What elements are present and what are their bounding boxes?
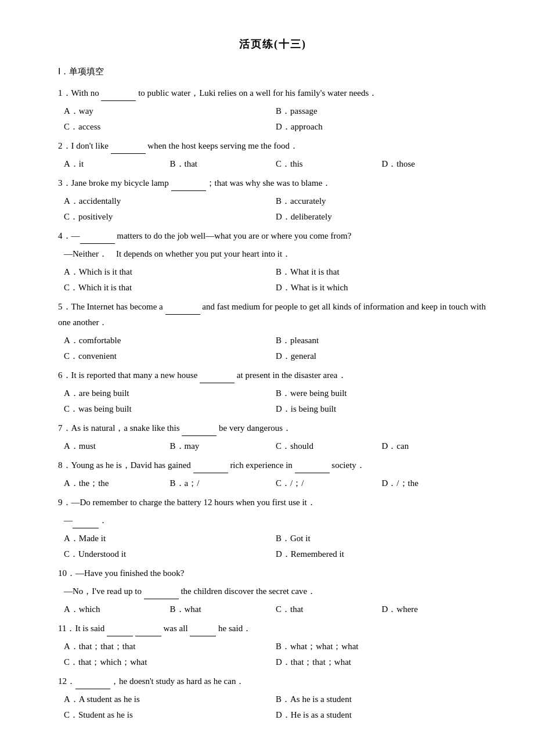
option-item: A．the；the [64, 476, 170, 491]
q7-options: A．must B．may C．should D．can [58, 438, 488, 454]
question-7: 7．As is natural，a snake like this be ver… [58, 420, 488, 454]
blank [182, 427, 217, 436]
blank [80, 235, 115, 244]
q9-text: 9．—Do remember to charge the battery 12 … [58, 495, 488, 510]
option-item: C．that [276, 602, 382, 617]
option-item: A．Made it [64, 531, 276, 546]
q11-options: A．that；that；that B．what；what；what C．that… [58, 639, 488, 670]
option-item: A．comfortable [64, 333, 276, 348]
option-item: A．which [64, 602, 170, 617]
option-item: A．are being built [64, 386, 276, 401]
option-item: C．positively [64, 209, 276, 225]
question-5: 5．The Internet has become a and fast med… [58, 299, 488, 364]
option-item: B．what [170, 602, 276, 617]
question-4: 4．— matters to do the job well—what you … [58, 228, 488, 296]
option-item: C．Which it is that [64, 280, 276, 296]
question-10: 10．—Have you finished the book? —No，I've… [58, 566, 488, 617]
option-item: D．those [382, 156, 488, 172]
q7-text: 7．As is natural，a snake like this be ver… [58, 420, 488, 436]
q9-options: A．Made it B．Got it C．Understood it D．Rem… [58, 531, 488, 562]
blank [135, 627, 161, 636]
q8-text: 8．Young as he is，David has gained rich e… [58, 458, 488, 473]
q10-subtext: —No，I've read up to the children discove… [58, 584, 488, 599]
q5-text: 5．The Internet has become a and fast med… [58, 299, 488, 330]
option-item: D．Remembered it [276, 546, 488, 562]
q5-options: A．comfortable B．pleasant C．convenient D．… [58, 333, 488, 364]
option-item: A．it [64, 156, 170, 172]
q2-text: 2．I don't like when the host keeps servi… [58, 138, 488, 154]
blank [75, 680, 110, 689]
option-item: D．He is as a student [276, 707, 488, 723]
option-item: B．what；what；what [276, 639, 488, 654]
page-title: 活页练(十三) [58, 35, 488, 53]
q6-text: 6．It is reported that many a new house a… [58, 368, 488, 383]
option-item: D．approach [276, 119, 488, 135]
q6-options: A．are being built B．were being built C．w… [58, 386, 488, 417]
question-11: 11．It is said was all he said． A．that；th… [58, 621, 488, 670]
blank [200, 374, 234, 383]
q11-text: 11．It is said was all he said． [58, 621, 488, 636]
option-item: C．convenient [64, 348, 276, 364]
q1-options: A．way B．passage C．access D．approach [58, 103, 488, 135]
option-item: C．should [276, 438, 382, 454]
option-item: A．Which is it that [64, 264, 276, 280]
q9-subtext: —． [58, 513, 488, 528]
option-item: D．where [382, 602, 488, 617]
option-item: B．pleasant [276, 333, 488, 348]
q10-options: A．which B．what C．that D．where [58, 602, 488, 617]
question-3: 3．Jane broke my bicycle lamp ；that was w… [58, 175, 488, 225]
option-item: D．is being built [276, 401, 488, 417]
option-item: B．As he is a student [276, 692, 488, 707]
option-item: D．can [382, 438, 488, 454]
q12-options: A．A student as he is B．As he is a studen… [58, 692, 488, 723]
question-1: 1．With no to public water，Luki relies on… [58, 85, 488, 135]
option-item: A．way [64, 103, 276, 119]
option-item: D．What is it which [276, 280, 488, 296]
option-item: C．that；which；what [64, 654, 276, 670]
option-item: D．that；that；what [276, 654, 488, 670]
q2-options: A．it B．that C．this D．those [58, 156, 488, 172]
blank [73, 519, 99, 528]
option-item: D．deliberately [276, 209, 488, 225]
blank [193, 464, 228, 473]
blank [165, 305, 200, 315]
question-12: 12．，he doesn't study as hard as he can． … [58, 674, 488, 723]
option-item: A．A student as he is [64, 692, 276, 707]
question-2: 2．I don't like when the host keeps servi… [58, 138, 488, 172]
option-item: C．/；/ [276, 476, 382, 491]
blank [144, 590, 179, 599]
option-item: C．Understood it [64, 546, 276, 562]
option-item: B．accurately [276, 193, 488, 209]
q4-text: 4．— matters to do the job well—what you … [58, 228, 488, 244]
option-item: C．this [276, 156, 382, 172]
question-9: 9．—Do remember to charge the battery 12 … [58, 495, 488, 562]
option-item: D．/；the [382, 476, 488, 491]
option-item: A．that；that；that [64, 639, 276, 654]
blank [111, 145, 146, 154]
question-8: 8．Young as he is，David has gained rich e… [58, 458, 488, 491]
section-label: Ⅰ．单项填空 [58, 64, 488, 80]
q3-text: 3．Jane broke my bicycle lamp ；that was w… [58, 175, 488, 191]
question-6: 6．It is reported that many a new house a… [58, 368, 488, 417]
option-item: C．access [64, 119, 276, 135]
option-item: A．must [64, 438, 170, 454]
option-item: B．a；/ [170, 476, 276, 491]
blank [171, 182, 206, 191]
blank [107, 627, 133, 636]
q12-text: 12．，he doesn't study as hard as he can． [58, 674, 488, 689]
option-item: B．Got it [276, 531, 488, 546]
option-item: C．Student as he is [64, 707, 276, 723]
q4-subtext: —Neither． It depends on whether you put … [58, 246, 488, 262]
option-item: A．accidentally [64, 193, 276, 209]
option-item: B．that [170, 156, 276, 172]
option-item: D．general [276, 348, 488, 364]
q10-text: 10．—Have you finished the book? [58, 566, 488, 581]
q3-options: A．accidentally B．accurately C．positively… [58, 193, 488, 225]
blank [101, 92, 136, 101]
option-item: B．What it is that [276, 264, 488, 280]
option-item: B．may [170, 438, 276, 454]
q1-text: 1．With no to public water，Luki relies on… [58, 85, 488, 101]
q4-options: A．Which is it that B．What it is that C．W… [58, 264, 488, 296]
blank [295, 464, 330, 473]
option-item: C．was being built [64, 401, 276, 417]
